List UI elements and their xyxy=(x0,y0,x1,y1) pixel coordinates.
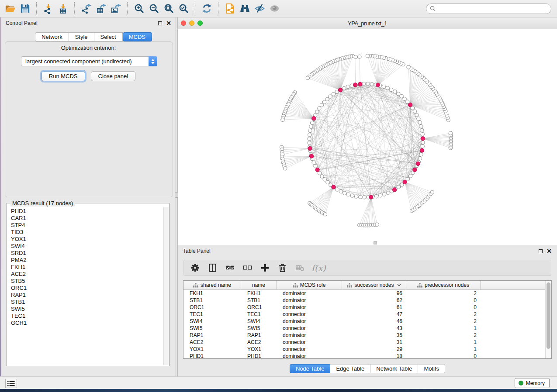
result-node[interactable]: YOX1 xyxy=(11,236,163,243)
zoom-in-icon xyxy=(134,3,145,14)
result-node[interactable]: CAR1 xyxy=(11,215,163,222)
cell-mcds_role: connector xyxy=(277,346,342,353)
horizontal-splitter-grip[interactable] xyxy=(374,241,377,244)
result-node[interactable]: SWI5 xyxy=(11,306,163,313)
maximize-window-icon[interactable] xyxy=(197,21,203,26)
close-window-icon[interactable] xyxy=(181,21,186,26)
select-all-button[interactable] xyxy=(224,262,235,274)
refresh-layout-button[interactable] xyxy=(199,2,214,16)
result-node[interactable]: TID3 xyxy=(11,229,163,236)
result-node[interactable]: TEC1 xyxy=(11,313,163,320)
result-node[interactable]: ACE2 xyxy=(11,271,163,278)
search-field[interactable] xyxy=(426,3,551,14)
run-mcds-button[interactable]: Run MCDS xyxy=(42,71,85,81)
tab-motifs[interactable]: Motifs xyxy=(418,364,445,373)
result-scrollbar[interactable] xyxy=(163,207,169,365)
result-node[interactable]: PHD1 xyxy=(11,208,163,215)
cell-mcds_role: dominator xyxy=(277,290,342,297)
table-settings-button[interactable] xyxy=(189,262,201,274)
result-node[interactable]: PMA2 xyxy=(11,257,163,264)
network-canvas[interactable] xyxy=(178,29,557,244)
optimization-criterion-select[interactable]: largest connected component (undirected) xyxy=(21,56,157,66)
tab-node-table[interactable]: Node Table xyxy=(290,364,331,373)
annotation-share-button[interactable] xyxy=(222,2,237,16)
table-row[interactable]: ACE2ACE2connector311 xyxy=(183,339,551,346)
result-node[interactable]: STB1 xyxy=(11,299,163,306)
save-session-button[interactable] xyxy=(17,2,32,16)
close-panel-icon[interactable]: ✕ xyxy=(166,21,171,25)
toolbar-group xyxy=(199,2,214,16)
table-row[interactable]: YOX1YOX1connector291 xyxy=(183,346,551,353)
show-columns-button[interactable] xyxy=(207,262,218,274)
result-node[interactable]: FKH1 xyxy=(11,264,163,271)
open-file-button[interactable] xyxy=(3,2,17,16)
result-node[interactable]: RAP1 xyxy=(11,292,163,299)
close-panel-button[interactable]: Close panel xyxy=(91,71,136,81)
show-columns-icon xyxy=(208,263,217,272)
search-network-button[interactable] xyxy=(237,2,252,16)
result-node[interactable]: ORC1 xyxy=(11,285,163,292)
result-node[interactable]: STP4 xyxy=(11,222,163,229)
table-scrollbar-thumb[interactable] xyxy=(547,282,550,349)
cell-mcds_role: dominator xyxy=(277,304,342,311)
function-builder-button[interactable]: f(x) xyxy=(311,263,326,273)
table-scrollbar[interactable] xyxy=(545,281,551,358)
toolbar-separator xyxy=(36,2,37,15)
table-row[interactable]: SWI4SWI4dominator462 xyxy=(183,318,551,325)
memory-button[interactable]: Memory xyxy=(515,378,550,388)
result-node[interactable]: SWI4 xyxy=(11,243,163,250)
table-row[interactable]: PHD1PHD1dominator180 xyxy=(183,353,551,359)
search-input[interactable] xyxy=(438,5,551,13)
zoom-selected-button[interactable] xyxy=(176,2,191,16)
zoom-out-button[interactable] xyxy=(146,2,161,16)
show-all-button[interactable] xyxy=(267,2,282,16)
delete-column-button[interactable] xyxy=(277,262,288,274)
result-node[interactable]: SRD1 xyxy=(11,250,163,257)
export-network-button[interactable] xyxy=(79,2,93,16)
zoom-in-button[interactable] xyxy=(131,2,146,16)
column-header-shared-name[interactable]: shared name xyxy=(183,281,241,289)
column-header-successor-nodes[interactable]: successor nodes xyxy=(342,281,406,289)
result-node[interactable]: STB5 xyxy=(11,278,163,285)
cell-successor_nodes: 96 xyxy=(342,290,406,297)
import-network-button[interactable] xyxy=(41,2,55,16)
desktop-wallpaper-bottom xyxy=(0,389,557,392)
hide-selected-button[interactable] xyxy=(252,2,267,16)
column-header-predecessor-nodes[interactable]: predecessor nodes xyxy=(406,281,481,289)
result-node[interactable]: GCR1 xyxy=(11,320,163,327)
network-window-titlebar[interactable]: YPA_prune.txt_1 xyxy=(178,17,557,29)
table-row[interactable]: FKH1FKH1dominator962 xyxy=(183,290,551,297)
delete-table-button[interactable] xyxy=(294,262,305,274)
table-row[interactable]: SWI5SWI5connector431 xyxy=(183,325,551,332)
tab-edge-table[interactable]: Edge Table xyxy=(330,364,370,373)
column-header-MCDS-role[interactable]: MCDS role xyxy=(277,281,342,289)
float-panel-icon[interactable] xyxy=(158,21,162,25)
cell-predecessor_nodes: 0 xyxy=(406,304,481,311)
close-table-panel-icon[interactable]: ✕ xyxy=(547,249,552,253)
tab-network[interactable]: Network xyxy=(35,32,69,41)
add-column-button[interactable] xyxy=(259,262,270,274)
zoom-fit-icon xyxy=(163,3,174,14)
minimize-window-icon[interactable] xyxy=(189,21,194,26)
tab-style[interactable]: Style xyxy=(69,32,94,41)
tab-mcds[interactable]: MCDS xyxy=(123,32,152,41)
tab-network-table[interactable]: Network Table xyxy=(370,364,418,373)
zoom-fit-button[interactable] xyxy=(161,2,176,16)
table-row[interactable]: ORC1ORC1dominator610 xyxy=(183,304,551,311)
tab-select[interactable]: Select xyxy=(94,32,123,41)
table-row[interactable]: TEC1TEC1connector472 xyxy=(183,311,551,318)
toolbar-group xyxy=(41,2,70,16)
float-table-panel-icon[interactable] xyxy=(539,249,543,253)
task-history-button[interactable] xyxy=(5,379,17,388)
export-image-button[interactable] xyxy=(108,2,123,16)
export-table-button[interactable] xyxy=(93,2,108,16)
hierarchy-icon xyxy=(193,283,198,288)
import-table-button[interactable] xyxy=(55,2,70,16)
column-header-name[interactable]: name xyxy=(241,281,277,289)
table-row[interactable]: RAP1RAP1dominator352 xyxy=(183,332,551,339)
delete-column-icon xyxy=(278,263,287,272)
deselect-all-button[interactable] xyxy=(242,262,253,274)
table-row[interactable]: STB1STB1dominator620 xyxy=(183,297,551,304)
mcds-result-list[interactable]: PHD1CAR1STP4TID3YOX1SWI4SRD1PMA2FKH1ACE2… xyxy=(7,207,163,365)
network-graph[interactable] xyxy=(178,29,557,244)
